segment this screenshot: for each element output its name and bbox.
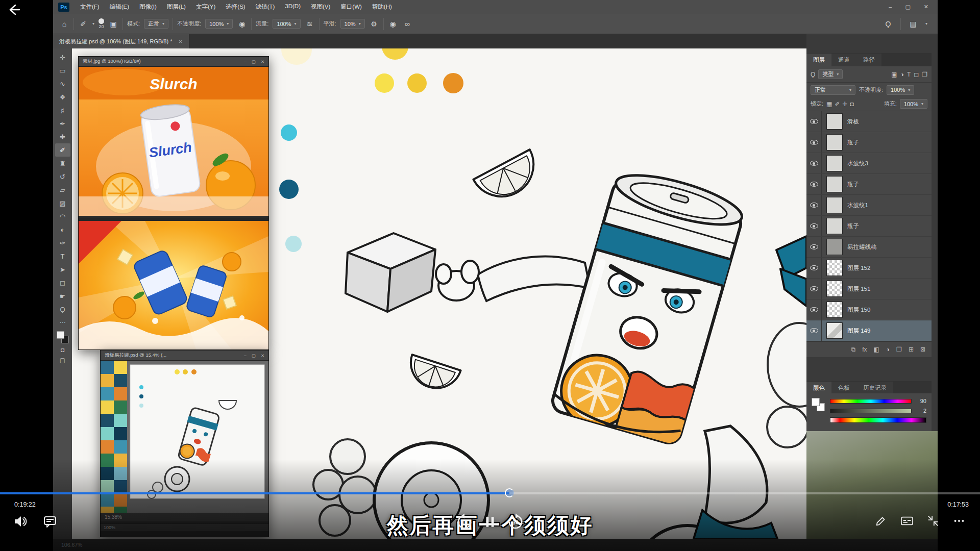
close-button[interactable]: ✕	[261, 353, 264, 358]
layer-row[interactable]: 瓶子	[806, 132, 932, 153]
minimize-button[interactable]: –	[889, 4, 892, 10]
layer-row[interactable]: 图层 150	[806, 299, 932, 320]
layer-row[interactable]: 瓶子	[806, 216, 932, 237]
foreground-background-swatches[interactable]	[57, 331, 69, 343]
screen-mode-icon[interactable]: ▢	[60, 357, 65, 364]
layer-row[interactable]: 瓶子	[806, 174, 932, 195]
quick-mask-icon[interactable]: ◘	[61, 346, 64, 354]
lock-all-icon[interactable]: ◘	[850, 101, 854, 108]
hue-slider[interactable]	[830, 399, 912, 404]
visibility-toggle[interactable]	[806, 320, 822, 341]
close-button[interactable]: ✕	[924, 4, 928, 10]
menu-item[interactable]: 窗口(W)	[336, 1, 366, 13]
brush-settings-panel-icon[interactable]: ▣	[108, 20, 118, 28]
move-tool[interactable]: ✛	[55, 51, 70, 64]
filter-adjustment-layers-icon[interactable]: ◑	[900, 71, 904, 78]
layer-row[interactable]: 图层 149	[806, 320, 932, 341]
menu-item[interactable]: 文字(Y)	[191, 1, 220, 13]
annotate-button[interactable]	[874, 514, 888, 528]
filter-pixel-layers-icon[interactable]: ▣	[891, 71, 897, 78]
layer-row[interactable]: 图层 152	[806, 258, 932, 279]
opacity-select[interactable]: 100%▾	[205, 19, 233, 29]
menu-item[interactable]: 图层(L)	[162, 1, 190, 13]
quick-selection-tool[interactable]: ❖	[55, 90, 70, 104]
lock-transparency-icon[interactable]: ▦	[826, 101, 832, 108]
layer-mask-icon[interactable]: ◧	[874, 346, 879, 353]
maximize-button[interactable]: ▢	[252, 353, 256, 358]
mode-select[interactable]: 正常▾	[144, 19, 168, 29]
search-icon[interactable]: Ϙ	[883, 20, 893, 28]
edit-toolbar-icon[interactable]: ⋯	[60, 319, 66, 326]
visibility-toggle[interactable]	[806, 299, 822, 320]
filter-smart-objects-icon[interactable]: ❐	[922, 71, 927, 78]
exit-fullscreen-button[interactable]	[926, 514, 940, 528]
back-button[interactable]	[6, 2, 21, 17]
foreground-color-swatch[interactable]	[57, 331, 64, 339]
foreground-color-swatch[interactable]	[812, 398, 820, 406]
search-icon[interactable]: Ϙ	[811, 71, 815, 78]
brush-tool[interactable]: ✐	[55, 143, 70, 157]
hand-tool[interactable]: ☛	[55, 289, 70, 303]
layer-opacity-select[interactable]: 100%▾	[887, 85, 914, 95]
more-options-button[interactable]	[952, 514, 966, 528]
zoom-tool[interactable]: Ϙ	[55, 303, 70, 316]
menu-item[interactable]: 帮助(H)	[368, 1, 397, 13]
blend-mode-select[interactable]: 正常▾	[811, 85, 855, 95]
link-layers-icon[interactable]: ⧉	[851, 346, 856, 353]
pen-pressure-size-icon[interactable]: ◉	[388, 20, 398, 28]
layer-row[interactable]: 水波纹3	[806, 153, 932, 174]
chevron-down-icon[interactable]: ▾	[92, 21, 94, 26]
lock-pixels-icon[interactable]: ✐	[835, 101, 840, 108]
pen-pressure-opacity-icon[interactable]: ◉	[237, 20, 247, 28]
maximize-button[interactable]: ▢	[252, 59, 256, 64]
close-button[interactable]: ✕	[261, 59, 264, 64]
window-title-bar[interactable]: 素材.jpg @ 100%(RGB/8#) –▢✕	[79, 57, 268, 67]
close-tab-icon[interactable]: ✕	[178, 39, 182, 44]
color-swatch-pair[interactable]	[812, 398, 825, 411]
saturation-slider[interactable]	[830, 409, 912, 413]
visibility-toggle[interactable]	[806, 174, 822, 194]
visibility-toggle[interactable]	[806, 216, 822, 236]
visibility-toggle[interactable]	[806, 195, 822, 215]
chevron-down-icon[interactable]: ▾	[925, 21, 927, 26]
marquee-tool[interactable]: ▭	[55, 64, 70, 77]
visibility-toggle[interactable]	[806, 279, 822, 299]
document-tab[interactable]: 滑板易拉罐.psd @ 106% (图层 149, RGB/8) * ✕	[53, 34, 189, 48]
new-layer-icon[interactable]: ⊞	[909, 346, 914, 353]
menu-item[interactable]: 图像(I)	[135, 1, 161, 13]
smoothing-select[interactable]: 10%▾	[340, 19, 365, 29]
eraser-tool[interactable]: ▱	[55, 183, 70, 196]
blur-tool[interactable]: ◠	[55, 210, 70, 223]
clone-stamp-tool[interactable]: ♜	[55, 157, 70, 170]
maximize-button[interactable]: ▢	[905, 4, 910, 10]
document-canvas[interactable]: 素材.jpg @ 100%(RGB/8#) –▢✕ Slurch	[72, 48, 806, 539]
visibility-toggle[interactable]	[806, 132, 822, 153]
comments-button[interactable]	[43, 514, 57, 529]
spot-healing-tool[interactable]: ✚	[55, 130, 70, 143]
panel-tab[interactable]: 颜色	[806, 382, 831, 394]
minimize-button[interactable]: –	[244, 353, 247, 358]
adjustment-layer-icon[interactable]: ◑	[886, 346, 890, 353]
reference-image-window[interactable]: 素材.jpg @ 100%(RGB/8#) –▢✕ Slurch	[78, 56, 269, 350]
menu-item[interactable]: 视图(V)	[306, 1, 335, 13]
crop-tool[interactable]: ♯	[55, 104, 70, 117]
filter-type-layers-icon[interactable]: T	[907, 71, 911, 78]
minimize-button[interactable]: –	[244, 59, 247, 64]
lock-position-icon[interactable]: ✛	[842, 101, 847, 108]
color-spectrum-ramp[interactable]	[830, 417, 926, 423]
visibility-toggle[interactable]	[806, 237, 822, 257]
workspace-switcher-icon[interactable]: ▤	[908, 20, 918, 28]
layer-row[interactable]: 滑板	[806, 111, 932, 132]
subtitles-button[interactable]	[900, 514, 914, 528]
panel-tab[interactable]: 历史记录	[856, 382, 893, 394]
brush-tool-preset-icon[interactable]: ✐	[78, 20, 88, 28]
dodge-tool[interactable]: ◐	[55, 223, 70, 236]
menu-item[interactable]: 3D(D)	[280, 1, 305, 13]
panel-tab[interactable]: 路径	[856, 54, 881, 66]
eyedropper-tool[interactable]: ✒	[55, 117, 70, 130]
window-title-bar[interactable]: 滑板易拉罐.psd @ 15.4% (... –▢✕	[101, 350, 268, 361]
type-tool[interactable]: T	[55, 249, 70, 263]
document-thumbnail-window[interactable]: 滑板易拉罐.psd @ 15.4% (... –▢✕	[100, 350, 269, 537]
gradient-tool[interactable]: ▨	[55, 196, 70, 210]
menu-item[interactable]: 文件(F)	[76, 1, 104, 13]
